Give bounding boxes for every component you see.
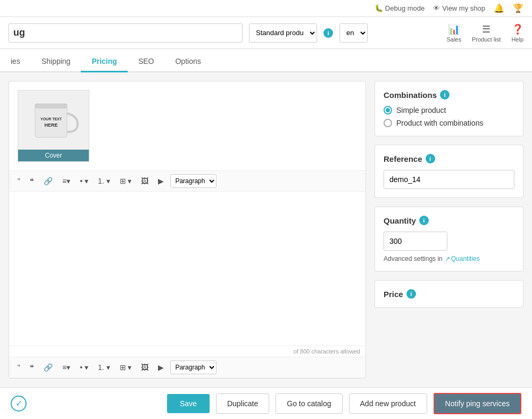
toolbar2-video-btn[interactable]: ▶: [155, 362, 167, 373]
view-shop-btn[interactable]: 👁 View my shop: [433, 4, 485, 12]
simple-product-radio[interactable]: Simple product: [384, 106, 514, 114]
toolbar2-align-btn[interactable]: ≡▾: [59, 362, 73, 373]
toolbar2-quote-btn[interactable]: ": [14, 362, 23, 373]
main-content: YOUR TEXT HERE Cover " ❝ 🔗 ≡▾ • ▾ 1. ▾ ⊞…: [0, 72, 532, 387]
toolbar-align-btn[interactable]: ≡▾: [59, 175, 73, 187]
quantities-link[interactable]: ↗ Quantities: [445, 255, 480, 262]
help-button[interactable]: ❓ Help: [511, 23, 523, 43]
editor-content-1[interactable]: [9, 192, 365, 346]
debug-mode-label: Debug mode: [385, 4, 425, 12]
product-name-input[interactable]: [9, 23, 243, 43]
image-area: YOUR TEXT HERE Cover: [9, 81, 365, 171]
left-panel: YOUR TEXT HERE Cover " ❝ 🔗 ≡▾ • ▾ 1. ▾ ⊞…: [9, 81, 366, 379]
toolbar2-ol-btn[interactable]: 1. ▾: [95, 362, 113, 373]
advanced-settings: Advanced settings in ↗ Quantities: [384, 255, 514, 262]
notification-bell-icon[interactable]: 🔔: [494, 3, 504, 13]
eye-icon: 👁: [433, 4, 440, 12]
right-panel: Combinations i Simple product Product wi…: [375, 81, 523, 379]
add-new-product-button[interactable]: Add new product: [349, 393, 427, 414]
toolbar-format-select-2[interactable]: Paragraph: [170, 360, 217, 374]
cover-label: Cover: [18, 150, 89, 161]
toolbar2-image-btn[interactable]: 🖼: [138, 362, 152, 373]
reference-card: Reference i: [375, 145, 523, 198]
reference-title: Reference i: [384, 154, 514, 163]
with-combinations-radio-circle: [384, 119, 392, 127]
toolbar-link-btn[interactable]: 🔗: [40, 175, 56, 187]
toolbar-table-btn[interactable]: ⊞ ▾: [117, 175, 135, 187]
toolbar-blockquote-btn[interactable]: ❝: [27, 175, 37, 187]
top-bar: 🐛 Debug mode 👁 View my shop 🔔 🏆: [0, 0, 532, 17]
tab-ies[interactable]: ies: [0, 52, 31, 72]
char-count: of 800 characters allowed: [9, 346, 365, 357]
svg-rect-0: [35, 105, 67, 137]
tab-options[interactable]: Options: [164, 52, 211, 72]
save-button[interactable]: Save: [167, 394, 210, 413]
editor-toolbar-1: " ❝ 🔗 ≡▾ • ▾ 1. ▾ ⊞ ▾ 🖼 ▶ Paragraph: [9, 171, 365, 192]
svg-rect-3: [35, 104, 67, 108]
header-actions: 📊 Sales ☰ Product list ❓ Help: [446, 23, 523, 43]
tab-pricing[interactable]: Pricing: [81, 52, 127, 72]
svg-text:YOUR TEXT: YOUR TEXT: [40, 117, 62, 121]
sales-button[interactable]: 📊 Sales: [446, 23, 461, 43]
toolbar2-link-btn[interactable]: 🔗: [40, 362, 56, 373]
reference-input[interactable]: [384, 170, 514, 189]
external-link-icon: ↗: [445, 255, 450, 262]
tabs-row: ies Shipping Pricing SEO Options: [0, 49, 532, 72]
combinations-title: Combinations i: [384, 90, 514, 100]
product-image-img: YOUR TEXT HERE: [18, 91, 89, 150]
toolbar-format-select-1[interactable]: Paragraph: [170, 174, 217, 188]
toolbar-ul-btn[interactable]: • ▾: [77, 175, 92, 187]
quantity-info-icon[interactable]: i: [419, 216, 429, 225]
help-label: Help: [511, 36, 523, 43]
simple-product-radio-circle: [384, 106, 392, 114]
toolbar2-table-btn[interactable]: ⊞ ▾: [117, 362, 135, 373]
help-icon: ❓: [512, 23, 523, 35]
toolbar-ol-btn[interactable]: 1. ▾: [95, 175, 113, 187]
toolbar-image-btn[interactable]: 🖼: [138, 175, 152, 187]
sales-icon: 📊: [448, 23, 460, 35]
price-info-icon[interactable]: i: [406, 289, 416, 299]
product-list-label: Product list: [472, 36, 501, 43]
notify-ping-services-button[interactable]: Notify ping services: [434, 393, 521, 414]
toolbar2-blockquote-btn[interactable]: ❝: [27, 362, 37, 373]
combinations-info-icon[interactable]: i: [440, 90, 450, 100]
combinations-card: Combinations i Simple product Product wi…: [375, 81, 523, 136]
sales-label: Sales: [446, 36, 461, 43]
quantity-title: Quantity i: [384, 216, 514, 225]
list-icon: ☰: [482, 23, 491, 35]
quantity-card: Quantity i Advanced settings in ↗ Quanti…: [375, 207, 523, 272]
debug-mode-btn[interactable]: 🐛 Debug mode: [375, 4, 425, 12]
reference-info-icon[interactable]: i: [426, 154, 435, 163]
toolbar-video-btn[interactable]: ▶: [155, 175, 167, 187]
trophy-icon[interactable]: 🏆: [513, 3, 523, 13]
mug-svg: YOUR TEXT HERE: [27, 95, 80, 145]
combinations-radio-group: Simple product Product with combinations: [384, 106, 514, 127]
tab-seo[interactable]: SEO: [128, 52, 165, 72]
product-image-thumb[interactable]: YOUR TEXT HERE Cover: [18, 90, 89, 162]
price-card: Price i: [375, 280, 523, 308]
price-title: Price i: [384, 289, 514, 299]
tab-shipping[interactable]: Shipping: [31, 52, 81, 72]
bottom-bar: ✓ Save Duplicate Go to catalog Add new p…: [0, 387, 532, 419]
with-combinations-radio[interactable]: Product with combinations: [384, 119, 514, 127]
duplicate-button[interactable]: Duplicate: [216, 393, 269, 414]
product-type-info-icon[interactable]: i: [323, 28, 333, 38]
check-icon[interactable]: ✓: [11, 396, 27, 412]
svg-text:HERE: HERE: [44, 122, 57, 128]
product-type-select[interactable]: Standard produ: [249, 23, 317, 43]
quantity-input[interactable]: [384, 232, 447, 251]
bug-icon: 🐛: [375, 4, 383, 12]
toolbar2-ul-btn[interactable]: • ▾: [77, 362, 92, 373]
header-row: Standard produ i en 📊 Sales ☰ Product li…: [0, 17, 532, 49]
view-shop-label: View my shop: [442, 4, 485, 12]
go-to-catalog-button[interactable]: Go to catalog: [276, 393, 342, 414]
toolbar-quote-btn[interactable]: ": [14, 175, 23, 187]
language-select[interactable]: en: [339, 23, 368, 43]
editor-toolbar-2: " ❝ 🔗 ≡▾ • ▾ 1. ▾ ⊞ ▾ 🖼 ▶ Paragraph: [9, 357, 365, 378]
product-list-button[interactable]: ☰ Product list: [472, 23, 501, 43]
